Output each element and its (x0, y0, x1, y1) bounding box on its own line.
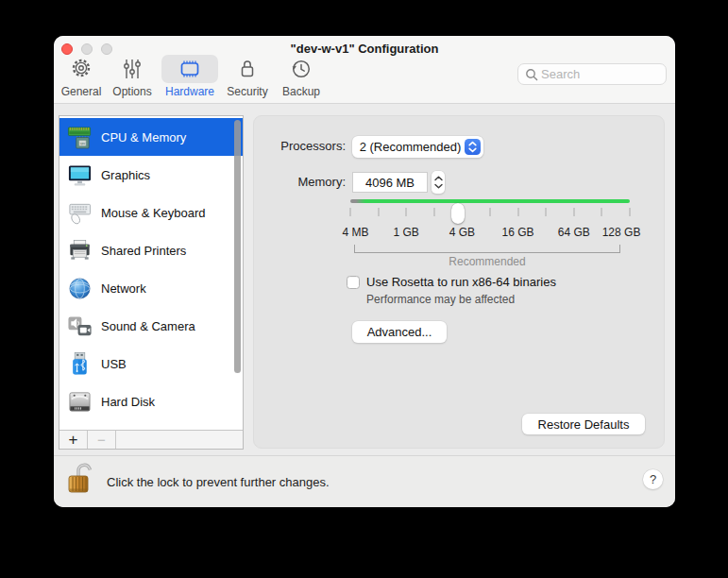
slider-tick (433, 208, 435, 216)
sidebar-item-mouse-keyboard[interactable]: Mouse & Keyboard (59, 194, 243, 231)
rosetta-label: Use Rosetta to run x86-64 binaries (366, 275, 556, 289)
screen-background: "dev-w-v1" Configuration General Options… (0, 0, 728, 578)
search-input[interactable] (541, 64, 662, 84)
sidebar-item-cpu-memory[interactable]: cpu CPU & Memory (59, 118, 243, 156)
add-device-button[interactable]: + (59, 431, 88, 449)
restore-defaults-button[interactable]: Restore Defaults (522, 414, 645, 434)
memory-slider-thumb[interactable] (451, 203, 465, 224)
toolbar-tab-label: Hardware (165, 85, 214, 98)
toolbar-tab-label: Backup (282, 85, 320, 98)
sidebar-footer: + − (59, 430, 243, 449)
processors-label: Processors: (254, 139, 346, 153)
lock-message: Click the lock to prevent further change… (107, 475, 330, 489)
slider-tick-label: 16 GB (502, 226, 534, 239)
toolbar-tab-hardware[interactable]: Hardware (160, 55, 220, 100)
sidebar-item-label: Mouse & Keyboard (101, 206, 206, 220)
usb-drive-icon (67, 351, 93, 377)
padlock-icon (235, 57, 260, 81)
toolbar-tab-label: Options (112, 85, 151, 98)
sidebar-item-graphics[interactable]: Graphics (59, 156, 243, 194)
slider-tick-label: 4 GB (449, 226, 475, 239)
sidebar-item-hard-disk[interactable]: Hard Disk (59, 382, 243, 420)
memory-input[interactable] (352, 172, 428, 193)
sidebar-item-label: Shared Printers (101, 244, 186, 258)
gear-icon (69, 57, 93, 81)
remove-device-button[interactable]: − (88, 431, 116, 449)
slider-tick (545, 208, 547, 216)
hard-disk-icon (67, 389, 93, 415)
toolbar-tab-backup[interactable]: Backup (275, 55, 328, 100)
memory-label: Memory: (254, 175, 346, 189)
sidebar-item-shared-printers[interactable]: Shared Printers (59, 231, 243, 269)
search-field[interactable] (517, 63, 667, 85)
toolbar-tab-options[interactable]: Options (106, 55, 159, 100)
sidebar-scrollbar[interactable] (234, 120, 241, 373)
popup-chevrons-icon (465, 139, 481, 155)
toolbar-tab-general[interactable]: General (55, 55, 108, 100)
recommended-label: Recommended (354, 255, 620, 268)
processors-value: 2 (Recommended) (352, 140, 465, 154)
hardware-sidebar: cpu CPU & Memory Graphics Mouse & Keyboa… (59, 115, 244, 450)
sound-camera-icon (67, 314, 93, 339)
titlebar-toolbar: "dev-w-v1" Configuration General Options… (54, 36, 675, 104)
sidebar-item-label: Graphics (101, 168, 150, 182)
slider-tick (517, 208, 519, 216)
slider-tick (489, 208, 491, 216)
recommended-range-bracket (354, 245, 620, 253)
toolbar-tab-label: Security (227, 85, 267, 98)
sidebar-item-label: Network (101, 281, 146, 296)
svg-text:cpu: cpu (80, 142, 85, 145)
processors-popup-button[interactable]: 2 (Recommended) (352, 136, 483, 158)
slider-tick-label: 128 GB (602, 226, 641, 239)
slider-tick-label: 1 GB (394, 226, 419, 239)
sidebar-item-sound-camera[interactable]: Sound & Camera (59, 307, 243, 345)
slider-tick (405, 208, 407, 216)
unlocked-lock-icon[interactable] (66, 460, 96, 498)
memory-slider-track[interactable] (350, 199, 630, 203)
stepper-up-icon (434, 176, 443, 181)
sliders-icon (120, 57, 144, 81)
window-footer: Click the lock to prevent further change… (54, 455, 675, 507)
cpu-memory-panel: Processors: 2 (Recommended) Memory: 4 MB… (253, 115, 665, 449)
slider-tick (378, 208, 380, 216)
sidebar-item-label: Hard Disk (101, 395, 155, 409)
backup-clock-icon (289, 57, 313, 81)
display-icon (67, 162, 93, 188)
help-button[interactable]: ? (643, 469, 663, 489)
toolbar-tab-label: General (61, 85, 102, 98)
window-title: "dev-w-v1" Configuration (54, 42, 675, 56)
slider-tick (573, 208, 575, 216)
configuration-window: "dev-w-v1" Configuration General Options… (54, 36, 675, 507)
printer-icon (67, 238, 93, 264)
search-icon (525, 68, 538, 81)
slider-tick (629, 208, 631, 216)
rosetta-sublabel: Performance may be affected (366, 293, 515, 306)
sidebar-item-usb[interactable]: USB (59, 345, 243, 382)
hardware-device-list: cpu CPU & Memory Graphics Mouse & Keyboa… (59, 116, 243, 431)
slider-tick (349, 208, 351, 216)
memory-stepper[interactable] (432, 171, 445, 194)
cpu-memory-icon: cpu (67, 125, 93, 150)
toolbar-tab-security[interactable]: Security (221, 55, 274, 100)
mouse-keyboard-icon (67, 200, 93, 226)
advanced-button[interactable]: Advanced... (352, 321, 447, 343)
stepper-down-icon (434, 183, 443, 189)
chip-icon (176, 57, 204, 81)
sidebar-item-label: Sound & Camera (101, 319, 195, 333)
slider-tick-label: 64 GB (558, 226, 590, 239)
sidebar-item-network[interactable]: Network (59, 269, 243, 307)
globe-icon (67, 276, 93, 301)
slider-tick (601, 208, 602, 216)
sidebar-item-label: CPU & Memory (101, 130, 186, 144)
slider-tick-label: 4 MB (343, 226, 369, 239)
rosetta-checkbox[interactable] (347, 276, 360, 289)
sidebar-item-label: USB (101, 357, 127, 371)
